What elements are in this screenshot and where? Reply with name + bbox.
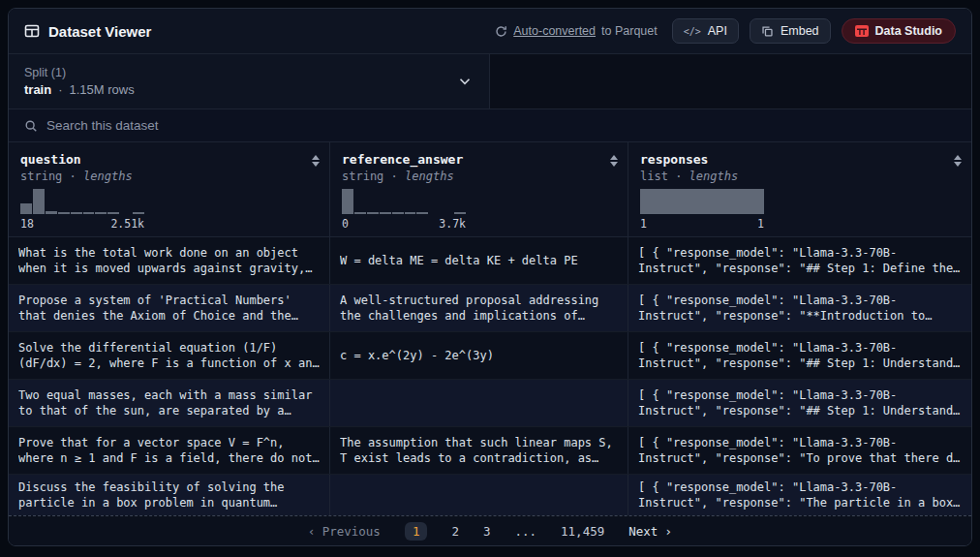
sort-button[interactable] bbox=[610, 152, 618, 183]
hist-min-label: 1 bbox=[640, 217, 647, 231]
cell-responses[interactable]: [ { "response_model": "Llama-3.3-70B-Ins… bbox=[628, 285, 971, 331]
cell-reference-answer[interactable]: W = delta ME = delta KE + delta PE bbox=[330, 237, 628, 284]
column-header-question: question string · lengths 18 2.51k bbox=[9, 142, 330, 236]
table-row: Discuss the feasibility of solving the p… bbox=[9, 475, 971, 515]
table-row: What is the total work done on an object… bbox=[9, 237, 971, 285]
chevron-right-icon: › bbox=[664, 524, 672, 539]
hist-bar[interactable] bbox=[405, 212, 416, 214]
auto-converted-link[interactable]: Auto-converted bbox=[513, 24, 596, 38]
hist-bar[interactable] bbox=[392, 212, 404, 214]
column-name: reference_answer bbox=[342, 152, 463, 167]
hist-bar[interactable] bbox=[133, 212, 144, 214]
search-input[interactable] bbox=[46, 118, 956, 133]
page-title: Dataset Viewer bbox=[48, 23, 151, 40]
search-icon bbox=[24, 119, 38, 133]
split-row-spacer bbox=[490, 54, 971, 108]
split-selector[interactable]: Split (1) train · 1.15M rows bbox=[9, 54, 490, 108]
cell-responses[interactable]: [ { "response_model": "Llama-3.3-70B-Ins… bbox=[628, 237, 971, 284]
length-histogram bbox=[342, 189, 466, 214]
column-header-responses: responses list · lengths 1 1 bbox=[628, 142, 971, 236]
cell-reference-answer[interactable]: A well-structured proposal addressing th… bbox=[330, 285, 628, 331]
hist-bar[interactable] bbox=[354, 212, 366, 214]
auto-converted-note: Auto-converted to Parquet bbox=[495, 24, 657, 38]
api-button[interactable]: </> API bbox=[672, 18, 739, 44]
cell-question[interactable]: Propose a system of 'Practical Numbers' … bbox=[9, 285, 330, 331]
hist-bar[interactable] bbox=[83, 212, 95, 214]
split-row: Split (1) train · 1.15M rows bbox=[9, 54, 971, 109]
cell-reference-answer[interactable]: The assumption that such linear maps S, … bbox=[330, 427, 628, 474]
cell-responses[interactable]: [ { "response_model": "Llama-3.3-70B-Ins… bbox=[628, 332, 971, 379]
page-button-3[interactable]: 3 bbox=[483, 524, 491, 539]
hist-bar[interactable] bbox=[416, 212, 428, 214]
hist-bar[interactable] bbox=[95, 212, 107, 214]
cell-question[interactable]: Prove that for a vector space V = F^n, w… bbox=[9, 427, 330, 474]
cell-reference-answer[interactable]: c = x.e^(2y) - 2e^(3y) bbox=[330, 332, 628, 379]
length-histogram bbox=[640, 189, 764, 214]
copy-icon bbox=[761, 25, 774, 38]
chevron-left-icon: ‹ bbox=[308, 524, 316, 539]
cell-question[interactable]: Solve the differential equation (1/F) (d… bbox=[9, 332, 330, 379]
refresh-icon bbox=[495, 25, 507, 38]
hist-bar[interactable] bbox=[58, 212, 70, 214]
cell-question[interactable]: Discuss the feasibility of solving the p… bbox=[9, 475, 330, 515]
cell-responses[interactable]: [ { "response_model": "Llama-3.3-70B-Ins… bbox=[628, 380, 971, 426]
hist-bar[interactable] bbox=[71, 212, 82, 214]
table-row: Solve the differential equation (1/F) (d… bbox=[9, 332, 971, 380]
auto-converted-rest: to Parquet bbox=[601, 24, 658, 38]
cell-reference-answer[interactable] bbox=[330, 475, 628, 515]
column-header-row: question string · lengths 18 2.51k refer… bbox=[9, 142, 971, 237]
hist-bar[interactable] bbox=[342, 189, 353, 214]
hist-max-label: 1 bbox=[757, 217, 764, 231]
data-studio-button-label: Data Studio bbox=[875, 24, 942, 38]
dot-separator: · bbox=[58, 82, 62, 97]
next-button[interactable]: Next › bbox=[628, 524, 672, 539]
hist-bar[interactable] bbox=[33, 189, 45, 214]
cell-question[interactable]: Two equal masses, each with a mass simil… bbox=[9, 380, 330, 426]
table-row: Prove that for a vector space V = F^n, w… bbox=[9, 427, 971, 475]
hist-bar[interactable] bbox=[20, 203, 32, 214]
code-icon: </> bbox=[684, 26, 701, 37]
dataset-viewer-card: Dataset Viewer Auto-converted to Parquet… bbox=[8, 8, 972, 546]
sort-button[interactable] bbox=[954, 152, 962, 183]
hist-bar[interactable] bbox=[640, 189, 764, 214]
data-studio-icon bbox=[855, 25, 869, 37]
column-name: question bbox=[20, 152, 133, 167]
previous-button[interactable]: ‹ Previous bbox=[308, 524, 381, 539]
hist-max-label: 2.51k bbox=[110, 217, 144, 231]
embed-button-label: Embed bbox=[781, 24, 819, 38]
column-type: string · lengths bbox=[342, 170, 463, 183]
column-name: responses bbox=[640, 152, 738, 167]
column-type: list · lengths bbox=[640, 170, 738, 183]
table-row: Two equal masses, each with a mass simil… bbox=[9, 380, 971, 427]
cell-responses[interactable]: [ { "response_model": "Llama-3.3-70B-Ins… bbox=[628, 427, 971, 474]
data-studio-button[interactable]: Data Studio bbox=[842, 18, 956, 44]
table-body: What is the total work done on an object… bbox=[9, 237, 971, 515]
embed-button[interactable]: Embed bbox=[750, 18, 831, 44]
hist-min-label: 0 bbox=[342, 217, 349, 231]
length-histogram bbox=[20, 189, 144, 214]
api-button-label: API bbox=[708, 24, 727, 38]
hist-bar[interactable] bbox=[454, 212, 466, 214]
cell-question[interactable]: What is the total work done on an object… bbox=[9, 237, 330, 284]
hist-bar[interactable] bbox=[107, 212, 119, 214]
hist-bar[interactable] bbox=[46, 211, 57, 214]
pagination: ‹ Previous 1 2 3 ... 11,459 Next › bbox=[9, 515, 971, 545]
column-header-reference-answer: reference_answer string · lengths 0 3.7k bbox=[330, 142, 628, 236]
search-bar bbox=[9, 109, 971, 142]
page-button-2[interactable]: 2 bbox=[451, 524, 459, 539]
page-ellipsis: ... bbox=[514, 524, 536, 539]
hist-min-label: 18 bbox=[20, 217, 34, 231]
column-type: string · lengths bbox=[20, 170, 133, 183]
page-button-last[interactable]: 11,459 bbox=[561, 524, 604, 539]
cell-responses[interactable]: [ { "response_model": "Llama-3.3-70B-Ins… bbox=[628, 475, 971, 515]
table-icon bbox=[24, 23, 40, 39]
previous-button-label: Previous bbox=[322, 524, 381, 539]
hist-max-label: 3.7k bbox=[439, 217, 466, 231]
hist-bar[interactable] bbox=[380, 212, 391, 214]
split-name: train bbox=[24, 82, 51, 97]
next-button-label: Next bbox=[628, 524, 658, 539]
hist-bar[interactable] bbox=[367, 212, 379, 214]
sort-button[interactable] bbox=[312, 152, 320, 183]
page-button-1[interactable]: 1 bbox=[405, 522, 428, 541]
cell-reference-answer[interactable] bbox=[330, 380, 628, 426]
